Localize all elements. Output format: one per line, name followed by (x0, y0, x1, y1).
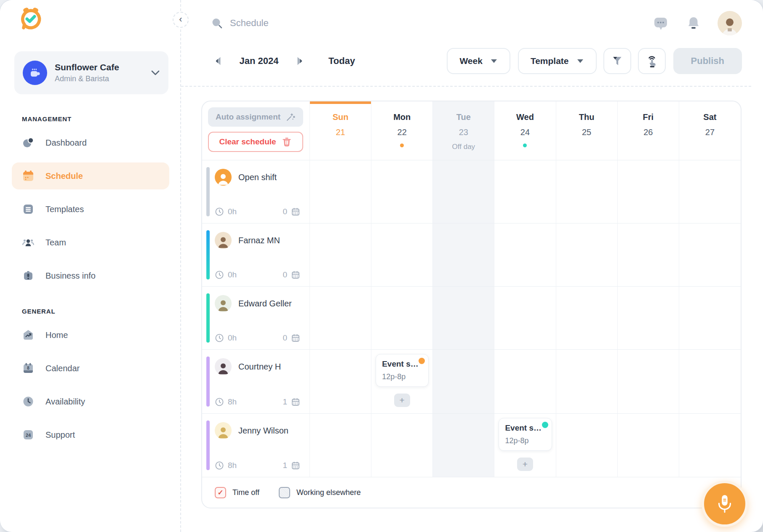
sidebar-item-support[interactable]: 24Support (12, 421, 169, 448)
shift-cell[interactable] (618, 350, 679, 414)
shift-cell[interactable] (433, 160, 494, 223)
shift-indicator-dot (400, 144, 404, 147)
sidebar-item-label: Support (45, 430, 75, 440)
day-name: Sat (703, 112, 716, 122)
list-icon (22, 203, 35, 215)
publish-button[interactable]: Publish (673, 48, 742, 74)
sidebar-item-calendar[interactable]: 8Calendar (12, 355, 169, 382)
clock-icon (215, 397, 224, 407)
shift-cell[interactable] (433, 350, 494, 414)
shift-cell[interactable] (679, 160, 741, 223)
chat-icon[interactable] (654, 16, 668, 30)
day-header-tue[interactable]: Tue23Off day (433, 101, 494, 160)
shift-cell[interactable] (556, 223, 618, 287)
add-shift-button[interactable]: + (394, 394, 410, 407)
sidebar-item-label: Team (45, 238, 66, 247)
chevron-down-icon (576, 59, 584, 64)
sidebar-item-team[interactable]: Team (12, 229, 169, 256)
shift-cell[interactable] (679, 414, 741, 477)
selected-day-indicator (310, 101, 371, 104)
shift-cell[interactable] (494, 223, 556, 287)
auto-assignment-button[interactable]: Auto assignment (208, 107, 303, 127)
shift-cell[interactable] (494, 287, 556, 350)
prev-week-button[interactable] (213, 56, 224, 66)
shift-cell[interactable] (433, 414, 494, 477)
shift-cell[interactable] (310, 350, 371, 414)
app-logo-icon[interactable] (19, 7, 43, 31)
sidebar-item-schedule[interactable]: Schedule (12, 162, 169, 189)
sidebar-item-business-info[interactable]: Business info (12, 262, 169, 289)
legend-checkbox-timeoff[interactable]: ✓ (215, 487, 226, 498)
event-status-dot (542, 422, 548, 428)
day-name: Thu (579, 112, 595, 122)
svg-text:8: 8 (27, 366, 29, 370)
sidebar-item-templates[interactable]: Templates (12, 196, 169, 223)
day-header-thu[interactable]: Thu25 (556, 101, 618, 160)
sidebar-item-availability[interactable]: Availability (12, 388, 169, 415)
shift-count: 0 (283, 207, 287, 216)
page-title: Schedule (230, 18, 269, 29)
clear-schedule-button[interactable]: Clear schedule (208, 132, 303, 152)
shift-cell[interactable] (371, 414, 433, 477)
sidebar-item-home[interactable]: Home (12, 322, 169, 348)
shift-cell[interactable] (433, 287, 494, 350)
shift-cell[interactable] (618, 223, 679, 287)
sidebar: Sunflower Cafe Admin & Barista MANAGEMEN… (0, 0, 180, 532)
shift-cell[interactable] (679, 287, 741, 350)
event-time: 12p-8p (505, 436, 545, 445)
people-icon (22, 236, 35, 249)
sidebar-item-label: Calendar (45, 364, 80, 373)
sidebar-item-dashboard[interactable]: Dashboard (12, 129, 169, 156)
shift-cell[interactable] (494, 160, 556, 223)
shift-cell[interactable] (556, 414, 618, 477)
shift-cell[interactable] (679, 223, 741, 287)
shift-cell[interactable] (556, 160, 618, 223)
workspace-switcher[interactable]: Sunflower Cafe Admin & Barista (14, 51, 168, 94)
filter-button[interactable] (603, 48, 631, 74)
shift-cell[interactable] (556, 350, 618, 414)
shift-cell[interactable] (371, 223, 433, 287)
shift-cell[interactable] (556, 287, 618, 350)
shift-cell[interactable] (310, 223, 371, 287)
shift-cell[interactable] (310, 414, 371, 477)
day-header-sun[interactable]: Sun21 (310, 101, 371, 160)
employee-color-bar (206, 420, 210, 470)
shift-cell[interactable] (310, 287, 371, 350)
shift-cell[interactable] (371, 287, 433, 350)
day-header-mon[interactable]: Mon22 (371, 101, 433, 160)
day-header-sat[interactable]: Sat27 (679, 101, 741, 160)
shift-cell[interactable] (433, 223, 494, 287)
shift-cell[interactable] (310, 160, 371, 223)
calendar-icon (22, 170, 35, 182)
shift-cell[interactable] (371, 160, 433, 223)
shift-cell[interactable] (618, 414, 679, 477)
shift-cell[interactable]: Event s…12p-8p+ (371, 350, 433, 414)
voice-assistant-fab[interactable] (702, 481, 748, 527)
sidebar-item-label: Dashboard (45, 138, 87, 148)
legend-checkbox-elsewhere[interactable] (279, 487, 290, 498)
shift-cell[interactable] (679, 350, 741, 414)
shift-cell[interactable] (494, 350, 556, 414)
day-header-fri[interactable]: Fri26 (618, 101, 679, 160)
view-select[interactable]: Week (447, 48, 510, 74)
notifications-bell-icon[interactable] (687, 16, 700, 30)
next-week-button[interactable] (294, 56, 305, 66)
collapse-sidebar-button[interactable]: ‹ (173, 12, 189, 28)
calendar-count-icon (291, 270, 300, 279)
search-icon[interactable] (211, 17, 223, 29)
legend-label: Time off (232, 488, 259, 497)
add-shift-button[interactable]: + (517, 458, 533, 471)
publish-mode-button[interactable] (638, 48, 666, 74)
shift-cell[interactable] (618, 160, 679, 223)
shift-cell[interactable] (618, 287, 679, 350)
calendar-count-icon (291, 397, 300, 407)
today-button[interactable]: Today (328, 56, 355, 66)
template-select[interactable]: Template (518, 48, 597, 74)
shift-event-card[interactable]: Event s…12p-8p (499, 418, 552, 451)
schedule-card: Auto assignmentClear scheduleSun21Mon22T… (201, 101, 742, 508)
user-avatar[interactable] (718, 11, 742, 35)
shift-cell[interactable]: Event s…12p-8p+ (494, 414, 556, 477)
scheduled-hours: 0h (228, 270, 237, 279)
shift-event-card[interactable]: Event s…12p-8p (376, 354, 429, 387)
day-header-wed[interactable]: Wed24 (494, 101, 556, 160)
